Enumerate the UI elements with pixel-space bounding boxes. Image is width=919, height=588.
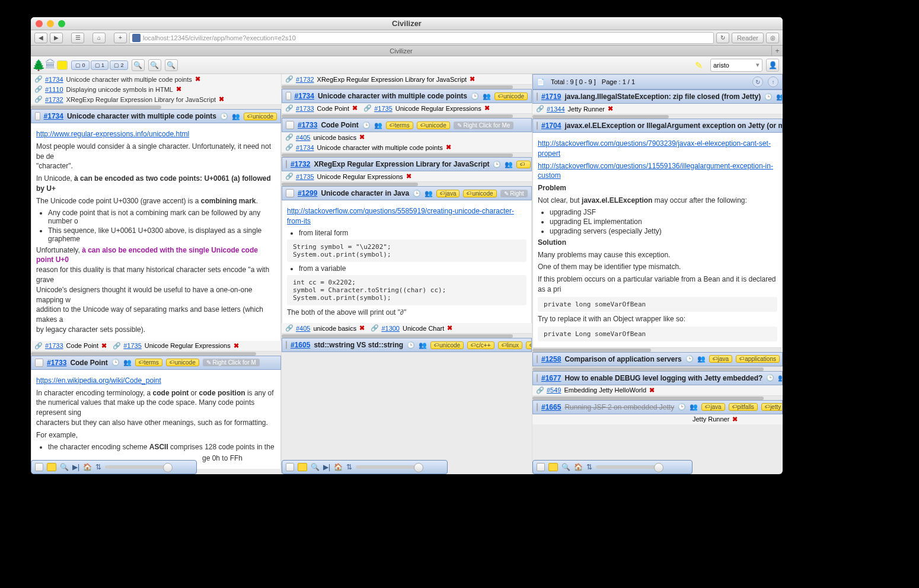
fragment-header[interactable]: #1732 XRegExp Regular Expression Library…	[282, 157, 532, 171]
remove-icon[interactable]: ✖	[219, 95, 224, 103]
home-icon[interactable]: 🏠	[334, 463, 343, 471]
refresh-button[interactable]: ↻	[752, 76, 763, 87]
fragment-header[interactable]: #1734 Unicode character with multiple co…	[282, 89, 532, 103]
fragment-header[interactable]: #1719 java.lang.IllegalStateException: z…	[532, 90, 783, 104]
remove-icon[interactable]: ✖	[470, 75, 475, 83]
hscroll[interactable]	[532, 114, 783, 119]
col-1-scroll[interactable]: 🔗#1734Unicode character with multiple co…	[31, 74, 281, 474]
extension-button[interactable]: ◎	[766, 33, 779, 43]
reader-button[interactable]: Reader	[732, 33, 764, 43]
fragment-header[interactable]: #1299 Unicode character in Java 🕒 👥 java…	[282, 186, 532, 200]
note-button[interactable]	[47, 463, 56, 471]
checkbox[interactable]	[537, 92, 538, 101]
remove-icon[interactable]: ✖	[176, 85, 181, 93]
hscroll[interactable]	[282, 333, 532, 338]
checkbox[interactable]	[537, 463, 545, 471]
next-icon[interactable]: ▶|	[323, 463, 330, 471]
hscroll[interactable]	[532, 347, 783, 352]
user-select[interactable]: aristo	[710, 59, 762, 72]
url-bar[interactable]: localhost:12345/civilizer/app/home?execu…	[129, 32, 714, 44]
hscroll[interactable]	[532, 395, 783, 400]
search-button-2[interactable]: 🔍	[148, 59, 161, 71]
home-icon[interactable]: 🏠	[574, 463, 583, 471]
hscroll[interactable]	[282, 181, 532, 186]
fragment-header[interactable]: #1258 Comparison of application servers …	[532, 352, 783, 366]
rel-id[interactable]: #1734	[45, 76, 63, 83]
theme-button[interactable]	[57, 60, 68, 70]
tag[interactable]: unicode	[244, 113, 277, 120]
add-button[interactable]: +	[114, 33, 127, 43]
remove-icon[interactable]: ✖	[195, 75, 200, 83]
sort-icon[interactable]: ⇅	[346, 463, 352, 471]
back-button[interactable]: ◀	[34, 33, 47, 43]
panel-0-button[interactable]: ▢ 0	[71, 60, 90, 70]
checkbox[interactable]	[537, 122, 538, 130]
ext-link[interactable]: https://en.wikipedia.org/wiki/Code_point	[36, 376, 161, 385]
forward-button[interactable]: ▶	[50, 33, 63, 43]
checkbox[interactable]	[286, 160, 287, 168]
fragment-header[interactable]: #1734 Unicode character with multiple co…	[31, 109, 281, 123]
panel-2-button[interactable]: ▢ 2	[110, 60, 128, 70]
sort-icon[interactable]: ⇅	[95, 463, 101, 471]
search-button-3[interactable]: 🔍	[165, 59, 178, 71]
checkbox[interactable]	[35, 112, 40, 120]
remove-icon[interactable]: ✖	[101, 342, 107, 350]
hscroll[interactable]	[282, 84, 532, 89]
new-tab-button[interactable]: +	[772, 47, 783, 55]
sort-icon[interactable]: ⇅	[586, 463, 592, 471]
fragment-header[interactable]: #1665 Running JSF 2 on embedded Jetty 🕒 …	[532, 400, 783, 414]
note-button[interactable]	[298, 463, 307, 471]
checkbox[interactable]	[537, 374, 538, 382]
tag[interactable]: unicode	[166, 359, 199, 366]
col-2-scroll[interactable]: 🔗#1732XRegExp Regular Expression Library…	[282, 74, 532, 474]
checkbox[interactable]	[286, 341, 287, 349]
next-icon[interactable]: ▶|	[72, 463, 79, 471]
ext-link[interactable]: http://stackoverflow.com/questions/79032…	[538, 139, 771, 158]
slider[interactable]	[596, 465, 661, 469]
slider[interactable]	[105, 465, 170, 469]
checkbox[interactable]	[537, 355, 538, 363]
hscroll[interactable]	[532, 366, 783, 371]
fragment-header[interactable]: #1677 How to enable DEBUG level logging …	[532, 371, 783, 385]
checkbox[interactable]	[286, 121, 294, 129]
slider[interactable]	[356, 465, 421, 469]
checkbox[interactable]	[537, 403, 538, 411]
fragment-id[interactable]: #1733	[47, 359, 66, 367]
bookmarks-button[interactable]: ☰	[71, 33, 84, 43]
user-button[interactable]: 👤	[766, 59, 779, 72]
fragment-header[interactable]: #1733 Code Point 🕒 👥 terms unicode ✎ Rig…	[31, 356, 281, 370]
search-icon[interactable]: 🔍	[311, 463, 320, 471]
up-button[interactable]: ↑	[768, 76, 778, 87]
checkbox[interactable]	[286, 189, 294, 197]
hscroll[interactable]	[282, 113, 532, 118]
hscroll[interactable]	[282, 152, 532, 157]
tag[interactable]: terms	[135, 359, 162, 366]
hscroll[interactable]	[31, 351, 281, 356]
rel-id[interactable]: #1732	[45, 96, 63, 103]
ext-link[interactable]: http://stackoverflow.com/questions/11559…	[538, 162, 773, 180]
ext-link[interactable]: http://www.regular-expressions.info/unic…	[36, 130, 189, 138]
rel-id[interactable]: #1110	[45, 86, 63, 93]
remove-icon[interactable]: ✖	[234, 342, 239, 350]
tab-civilizer[interactable]: Civilizer	[31, 46, 772, 56]
search-button-1[interactable]: 🔍	[132, 59, 145, 71]
home-button[interactable]: ⌂	[92, 33, 106, 43]
checkbox[interactable]	[35, 463, 43, 471]
reload-button[interactable]: ↻	[716, 33, 729, 43]
checkbox[interactable]	[35, 359, 43, 367]
home-icon[interactable]: 🏠	[83, 463, 92, 471]
fragment-id[interactable]: #1734	[44, 112, 63, 120]
highlight-icon[interactable]: ✎	[695, 60, 707, 71]
checkbox[interactable]	[286, 463, 294, 471]
panel-1-button[interactable]: ▢ 1	[91, 60, 109, 70]
note-button[interactable]	[548, 463, 558, 471]
hscroll[interactable]	[31, 104, 281, 109]
search-icon[interactable]: 🔍	[60, 463, 69, 471]
fragment-header[interactable]: #1704 javax.el.ELException or IllegalArg…	[532, 119, 783, 133]
checkbox[interactable]	[286, 92, 291, 100]
fragment-header[interactable]: #1733 Code Point 🕒 👥 terms unicode ✎ Rig…	[282, 118, 532, 132]
fragment-header[interactable]: #1605 std::wstring VS std::string 🕒 👥 un…	[282, 338, 532, 352]
search-icon[interactable]: 🔍	[561, 463, 570, 471]
ext-link[interactable]: http://stackoverflow.com/questions/55859…	[287, 207, 514, 225]
col-3-scroll[interactable]: 📄 Total : 9 [ 0 - 9 ] Page : 1 / 1 ↻ ↑ #…	[532, 74, 783, 474]
